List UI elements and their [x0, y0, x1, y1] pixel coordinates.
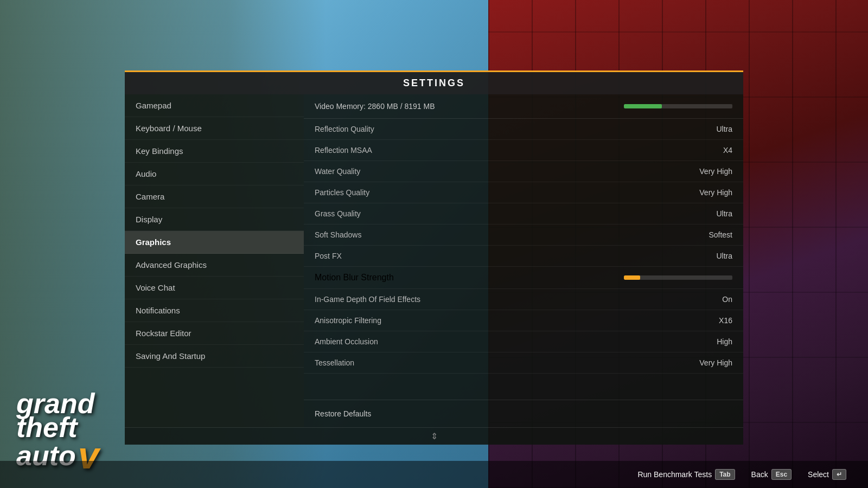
scroll-indicator: ⇕ — [125, 427, 743, 445]
setting-value: High — [717, 337, 732, 346]
setting-label: Reflection MSAA — [315, 146, 372, 155]
nav-item-notifications[interactable]: Notifications — [125, 299, 304, 322]
nav-item-display[interactable]: Display — [125, 208, 304, 231]
setting-value: Ultra — [716, 252, 732, 260]
setting-value: Very High — [699, 358, 732, 367]
nav-item-saving-startup[interactable]: Saving And Startup — [125, 345, 304, 368]
setting-value: On — [722, 295, 732, 304]
setting-label: Particles Quality — [315, 188, 369, 197]
motion-blur-label: Motion Blur Strength — [315, 273, 394, 282]
setting-label: Tessellation — [315, 358, 354, 367]
setting-label: Water Quality — [315, 167, 360, 176]
nav-item-keyboard-mouse[interactable]: Keyboard / Mouse — [125, 117, 304, 140]
setting-row-reflection-msaa[interactable]: Reflection MSAAX4 — [304, 140, 743, 161]
setting-label: Post FX — [315, 252, 342, 260]
setting-value: Very High — [699, 188, 732, 197]
setting-value: X4 — [723, 146, 732, 155]
setting-row-grass-quality[interactable]: Grass QualityUltra — [304, 203, 743, 224]
settings-body: GamepadKeyboard / MouseKey BindingsAudio… — [125, 94, 743, 427]
setting-label: Ambient Occlusion — [315, 337, 378, 346]
bottom-action-run-benchmark-tests[interactable]: Run Benchmark TestsTab — [637, 469, 735, 480]
gta-logo: grand theft auto V — [16, 391, 99, 472]
setting-label: Grass Quality — [315, 209, 361, 218]
settings-content: Video Memory: 2860 MB / 8191 MB Reflecti… — [304, 94, 743, 427]
bottom-bar: Run Benchmark TestsTabBackEscSelect↵ — [0, 461, 868, 488]
nav-item-key-bindings[interactable]: Key Bindings — [125, 140, 304, 163]
setting-row-water-quality[interactable]: Water QualityVery High — [304, 161, 743, 182]
bottom-action-select[interactable]: Select↵ — [808, 469, 846, 480]
video-memory-fill — [624, 104, 662, 108]
settings-title-bar: SETTINGS — [125, 70, 743, 94]
video-memory-row: Video Memory: 2860 MB / 8191 MB — [304, 94, 743, 119]
nav-item-camera[interactable]: Camera — [125, 185, 304, 208]
setting-row-particles-quality[interactable]: Particles QualityVery High — [304, 182, 743, 203]
key-badge: Tab — [715, 469, 735, 480]
setting-label: Anisotropic Filtering — [315, 316, 381, 325]
video-memory-bar — [624, 104, 732, 108]
setting-value: Ultra — [716, 209, 732, 218]
setting-row-ambient-occlusion[interactable]: Ambient OcclusionHigh — [304, 331, 743, 352]
scroll-arrows-icon: ⇕ — [431, 431, 438, 441]
key-badge: Esc — [771, 469, 792, 480]
bottom-action-label: Back — [751, 470, 768, 479]
setting-value: Softest — [709, 230, 732, 239]
nav-item-advanced-graphics[interactable]: Advanced Graphics — [125, 254, 304, 277]
setting-label: Reflection Quality — [315, 125, 374, 133]
settings-title: SETTINGS — [403, 78, 465, 88]
motion-blur-row[interactable]: Motion Blur Strength — [304, 267, 743, 289]
restore-defaults-label[interactable]: Restore Defaults — [315, 409, 371, 418]
setting-row-soft-shadows[interactable]: Soft ShadowsSoftest — [304, 224, 743, 246]
nav-item-voice-chat[interactable]: Voice Chat — [125, 277, 304, 299]
nav-item-gamepad[interactable]: Gamepad — [125, 94, 304, 117]
setting-row-reflection-quality[interactable]: Reflection QualityUltra — [304, 119, 743, 140]
video-memory-label: Video Memory: 2860 MB / 8191 MB — [315, 102, 435, 111]
motion-blur-fill — [624, 275, 640, 280]
nav-item-graphics[interactable]: Graphics — [125, 231, 304, 254]
setting-value: X16 — [719, 316, 732, 325]
settings-rows: Reflection QualityUltraReflection MSAAX4… — [304, 119, 743, 374]
setting-row-anisotropic-filtering[interactable]: Anisotropic FilteringX16 — [304, 310, 743, 331]
key-badge: ↵ — [832, 469, 846, 480]
settings-panel: SETTINGS GamepadKeyboard / MouseKey Bind… — [125, 70, 743, 445]
setting-row-post-fx[interactable]: Post FXUltra — [304, 246, 743, 267]
setting-value: Very High — [699, 167, 732, 176]
setting-label: In-Game Depth Of Field Effects — [315, 295, 420, 304]
setting-label: Soft Shadows — [315, 230, 361, 239]
bottom-action-label: Select — [808, 470, 829, 479]
motion-blur-bar[interactable] — [624, 275, 732, 280]
setting-value: Ultra — [716, 125, 732, 133]
settings-nav: GamepadKeyboard / MouseKey BindingsAudio… — [125, 94, 304, 427]
nav-item-rockstar-editor[interactable]: Rockstar Editor — [125, 322, 304, 345]
setting-row-tessellation[interactable]: TessellationVery High — [304, 352, 743, 374]
restore-defaults-row[interactable]: Restore Defaults — [304, 400, 743, 427]
bottom-action-back[interactable]: BackEsc — [751, 469, 792, 480]
bottom-action-label: Run Benchmark Tests — [637, 470, 712, 479]
setting-row-in-game-depth-of-field-effects[interactable]: In-Game Depth Of Field EffectsOn — [304, 289, 743, 310]
nav-item-audio[interactable]: Audio — [125, 163, 304, 185]
